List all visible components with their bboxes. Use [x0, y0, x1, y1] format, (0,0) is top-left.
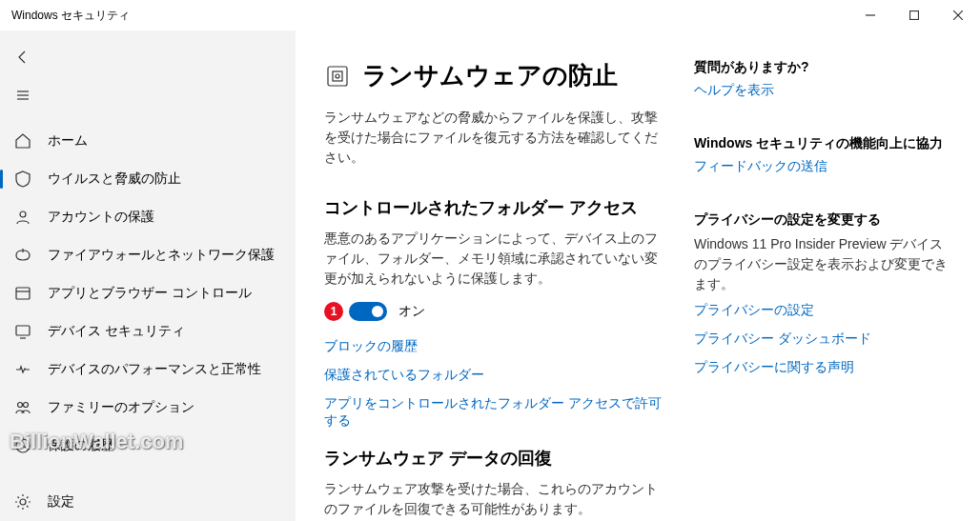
- sidebar-item-performance[interactable]: デバイスのパフォーマンスと正常性: [0, 351, 296, 389]
- feedback-title: Windows セキュリティの機能向上に協力: [694, 135, 951, 152]
- app-icon: [13, 284, 32, 303]
- link-help[interactable]: ヘルプを表示: [694, 82, 951, 99]
- back-button[interactable]: [4, 40, 42, 74]
- sidebar-item-history[interactable]: 保護の履歴: [0, 427, 296, 465]
- svg-rect-18: [333, 71, 342, 81]
- firewall-icon: [13, 246, 32, 265]
- sidebar-item-label: ウイルスと脅威の防止: [48, 170, 181, 188]
- annotation-badge: 1: [324, 302, 343, 321]
- sidebar-item-account[interactable]: アカウントの保護: [0, 198, 296, 236]
- sidebar-item-virus[interactable]: ウイルスと脅威の防止: [0, 160, 296, 198]
- svg-point-14: [24, 403, 29, 408]
- privacy-title: プライバシーの設定を変更する: [694, 211, 951, 229]
- cfa-description: 悪意のあるアプリケーションによって、デバイス上のファイル、フォルダー、メモリ領域…: [324, 229, 665, 289]
- recovery-description: ランサムウェア攻撃を受けた場合、これらのアカウントのファイルを回復できる可能性が…: [324, 479, 665, 519]
- ransomware-icon: [324, 63, 351, 90]
- link-block-history[interactable]: ブロックの履歴: [324, 338, 665, 355]
- svg-rect-11: [16, 326, 30, 335]
- titlebar: Windows セキュリティ: [0, 0, 980, 30]
- help-title: 質問がありますか?: [694, 59, 951, 76]
- health-icon: [13, 360, 32, 379]
- sidebar-item-label: ホーム: [48, 132, 88, 150]
- link-privacy-settings[interactable]: プライバシーの設定: [694, 302, 951, 319]
- sidebar-item-label: アプリとブラウザー コントロール: [48, 285, 252, 302]
- main-content: ランサムウェアの防止 ランサムウェアなどの脅威からファイルを保護し、攻撃を受けた…: [296, 30, 980, 521]
- window-title: Windows セキュリティ: [11, 8, 130, 24]
- sidebar-item-app-browser[interactable]: アプリとブラウザー コントロール: [0, 274, 296, 312]
- sidebar-item-label: 設定: [48, 493, 74, 511]
- window-controls: [848, 0, 980, 30]
- maximize-button[interactable]: [892, 0, 936, 30]
- page-title: ランサムウェアの防止: [362, 59, 618, 92]
- close-button[interactable]: [936, 0, 980, 30]
- sidebar-item-label: デバイス セキュリティ: [48, 323, 185, 340]
- svg-point-13: [18, 403, 23, 408]
- sidebar-item-family[interactable]: ファミリーのオプション: [0, 389, 296, 427]
- svg-rect-1: [910, 11, 919, 20]
- account-icon: [13, 208, 32, 227]
- svg-rect-17: [328, 67, 347, 86]
- svg-rect-9: [16, 288, 30, 299]
- sidebar-item-firewall[interactable]: ファイアウォールとネットワーク保護: [0, 236, 296, 274]
- gear-icon: [13, 492, 32, 511]
- link-privacy-statement[interactable]: プライバシーに関する声明: [694, 359, 951, 376]
- sidebar-item-label: ファイアウォールとネットワーク保護: [48, 247, 275, 264]
- svg-point-19: [336, 74, 339, 78]
- sidebar-item-label: アカウントの保護: [48, 209, 154, 226]
- link-feedback[interactable]: フィードバックの送信: [694, 158, 951, 175]
- svg-point-7: [20, 211, 26, 217]
- page-description: ランサムウェアなどの脅威からファイルを保護し、攻撃を受けた場合にファイルを復元す…: [324, 108, 665, 168]
- cfa-toggle-label: オン: [398, 303, 425, 320]
- recovery-title: ランサムウェア データの回復: [324, 447, 665, 470]
- minimize-button[interactable]: [848, 0, 892, 30]
- link-protected-folders[interactable]: 保護されているフォルダー: [324, 367, 665, 384]
- menu-button[interactable]: [4, 78, 42, 112]
- sidebar-item-label: ファミリーのオプション: [48, 399, 194, 416]
- cfa-toggle[interactable]: [349, 302, 387, 321]
- link-privacy-dashboard[interactable]: プライバシー ダッシュボード: [694, 331, 951, 348]
- sidebar-item-settings[interactable]: 設定: [0, 483, 296, 521]
- sidebar-item-device-security[interactable]: デバイス セキュリティ: [0, 312, 296, 351]
- cfa-title: コントロールされたフォルダー アクセス: [324, 196, 665, 219]
- sidebar-item-label: 保護の履歴: [48, 437, 114, 454]
- device-icon: [13, 322, 32, 341]
- history-icon: [13, 436, 32, 455]
- home-icon: [13, 131, 32, 150]
- shield-icon: [13, 170, 32, 189]
- sidebar-item-label: デバイスのパフォーマンスと正常性: [48, 361, 261, 378]
- family-icon: [13, 398, 32, 417]
- cfa-toggle-row: 1 オン: [324, 302, 665, 321]
- link-allow-app[interactable]: アプリをコントロールされたフォルダー アクセスで許可する: [324, 395, 665, 430]
- svg-point-16: [20, 499, 26, 505]
- aside: 質問がありますか? ヘルプを表示 Windows セキュリティの機能向上に協力 …: [694, 59, 951, 521]
- privacy-description: Windows 11 Pro Insider Preview デバイスのプライバ…: [694, 234, 951, 294]
- sidebar: ホーム ウイルスと脅威の防止 アカウントの保護 ファイアウォールとネットワーク保…: [0, 30, 296, 521]
- sidebar-item-home[interactable]: ホーム: [0, 122, 296, 160]
